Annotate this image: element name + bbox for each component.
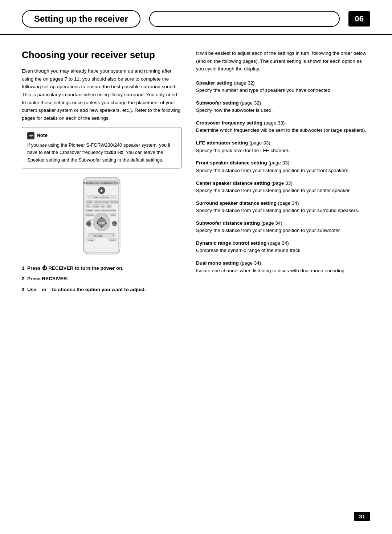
setting-speaker-name: Speaker setting	[196, 80, 233, 86]
step-2-text: Press RECEIVER.	[27, 276, 68, 281]
setting-lfe-page: (page 33)	[249, 140, 270, 146]
setting-front-distance-name: Front speaker distance setting	[196, 160, 267, 166]
setting-surround-distance: Surround speaker distance setting (page …	[196, 200, 370, 215]
step-3: 3 Use or to choose the option you want t…	[22, 286, 181, 294]
setting-center-distance-page: (page 33)	[271, 180, 293, 186]
setting-sub-distance-title: Subwoofer distance setting (page 34)	[196, 220, 370, 227]
svg-text:RECEIVER: RECEIVER	[111, 223, 118, 225]
step-2: 2 Press RECEIVER.	[22, 275, 181, 283]
setting-lfe-desc: Specify the peak level for the LFE chann…	[196, 147, 370, 155]
setting-lfe: LFE attenuator setting (page 33) Specify…	[196, 139, 370, 154]
right-intro: It will be easiest to adjust each of the…	[196, 49, 370, 73]
svg-text:FM: FM	[101, 205, 104, 207]
setting-front-distance-desc: Specify the distance from your listening…	[196, 167, 370, 175]
setting-front-distance-title: Front speaker distance setting (page 33)	[196, 159, 370, 167]
setting-subwoofer-name: Subwoofer setting	[196, 100, 239, 106]
step-3-text: Use or to choose the option you want to …	[27, 287, 146, 292]
setting-surround-distance-title: Surround speaker distance setting (page …	[196, 200, 370, 207]
setting-sub-distance: Subwoofer distance setting (page 34) Spe…	[196, 220, 370, 235]
step-2-num: 2	[22, 276, 25, 281]
note-text: If you are using the Pioneer S-FCRW230/2…	[27, 142, 170, 162]
svg-text:◄: ◄	[95, 221, 98, 225]
setting-dual-mono-desc: Isolate one channel when listening to di…	[196, 267, 370, 275]
page-number: 31	[354, 512, 370, 521]
svg-text:CH.SEL/: CH.SEL/	[88, 239, 94, 241]
setting-surround-distance-name: Surround speaker distance setting	[196, 200, 277, 206]
remote-svg: RECEIVER SLEEP AL.DIMMER INPUT ATT. ⏻ IN…	[69, 176, 134, 256]
setting-dynamic-range-name: Dynamic range control setting	[196, 240, 266, 246]
svg-text:▼: ▼	[100, 225, 103, 229]
setting-subwoofer-title: Subwoofer setting (page 32)	[196, 99, 370, 107]
chapter-number: 06	[348, 11, 370, 27]
setting-sub-distance-desc: Specify the distance from your listening…	[196, 227, 370, 235]
setting-subwoofer: Subwoofer setting (page 32) Specify how …	[196, 99, 370, 114]
svg-text:STEREO: STEREO	[102, 210, 108, 212]
svg-text:▲: ▲	[100, 215, 103, 219]
svg-text:DVD/LD: DVD/LD	[86, 201, 92, 203]
svg-text:⏻: ⏻	[100, 189, 103, 192]
remote-image: RECEIVER SLEEP AL.DIMMER INPUT ATT. ⏻ IN…	[22, 176, 181, 256]
setting-dual-mono-page: (page 34)	[240, 260, 261, 266]
setting-dynamic-range-page: (page 34)	[268, 240, 289, 246]
step-1-text: Press ⏻ RECEIVER to turn the power on.	[27, 265, 123, 271]
svg-text:TV/SAT: TV/SAT	[103, 201, 109, 203]
svg-text:ENTER: ENTER	[98, 222, 105, 224]
left-column: Choosing your receiver setup Even though…	[22, 49, 181, 296]
note-icon: ✏	[27, 132, 34, 139]
svg-text:CD: CD	[87, 205, 90, 207]
svg-text:TODGGLE: TODGGLE	[109, 210, 116, 212]
svg-text:—: —	[89, 234, 91, 236]
svg-text:DVR/VCR: DVR/VCR	[111, 201, 118, 203]
step-1: 1 Press ⏻ RECEIVER to turn the power on.	[22, 264, 181, 272]
svg-text:AM: AM	[108, 205, 110, 207]
svg-text:MENU: MENU	[111, 215, 115, 216]
setting-center-distance-title: Center speaker distance setting (page 33…	[196, 180, 370, 187]
setting-subwoofer-desc: Specify how the subwoofer is used.	[196, 107, 370, 114]
svg-text:+: +	[113, 234, 114, 236]
section-title: Choosing your receiver setup	[22, 49, 181, 61]
main-content: Choosing your receiver setup Even though…	[0, 35, 392, 311]
setting-center-distance-desc: Specify the distance from your listening…	[196, 187, 370, 195]
setting-dynamic-range-desc: Compress the dynamic range of the sound …	[196, 247, 370, 254]
setting-dual-mono-title: Dual mono setting (page 34)	[196, 260, 370, 267]
setting-dual-mono: Dual mono setting (page 34) Isolate one …	[196, 260, 370, 274]
note-label: ✏ Note	[27, 132, 176, 139]
setting-center-distance: Center speaker distance setting (page 33…	[196, 180, 370, 195]
note-box: ✏ Note If you are using the Pioneer S-FC…	[22, 127, 181, 168]
svg-text:INPUT SELECTOR: INPUT SELECTOR	[94, 196, 109, 198]
setting-crossover-page: (page 33)	[264, 120, 285, 126]
steps-list: 1 Press ⏻ RECEIVER to turn the power on.…	[22, 264, 181, 294]
setting-sub-distance-page: (page 34)	[261, 220, 282, 226]
setting-lfe-title: LFE attenuator setting (page 33)	[196, 139, 370, 147]
setting-subwoofer-page: (page 32)	[240, 100, 261, 106]
page-title: Setting up the receiver	[22, 10, 140, 28]
setting-crossover-desc: Determine which frequencies will be sent…	[196, 127, 370, 134]
setting-speaker-desc: Specify the number and type of speakers …	[196, 87, 370, 94]
setting-crossover-title: Crossover frequency setting (page 33)	[196, 119, 370, 127]
svg-point-48	[86, 221, 91, 226]
setting-speaker-title: Speaker setting (page 32)	[196, 80, 370, 87]
right-column: It will be easiest to adjust each of the…	[196, 49, 370, 296]
step-3-num: 3	[22, 287, 25, 292]
header-blank	[149, 11, 340, 27]
setting-dual-mono-name: Dual mono setting	[196, 260, 239, 266]
setting-surround-distance-page: (page 34)	[278, 200, 299, 206]
setting-center-distance-name: Center speaker distance setting	[196, 180, 270, 186]
setting-front-distance: Front speaker distance setting (page 33)…	[196, 159, 370, 174]
svg-text:RECEIVER SLEEP  AL.DIMMER  INP: RECEIVER SLEEP AL.DIMMER INPUT ATT.	[83, 182, 120, 184]
svg-text:►: ►	[105, 221, 108, 225]
setting-speaker-page: (page 32)	[234, 80, 255, 86]
setting-front-distance-page: (page 33)	[269, 160, 290, 166]
setting-dynamic-range: Dynamic range control setting (page 34) …	[196, 240, 370, 254]
svg-text:SURR.: SURR.	[95, 210, 99, 212]
svg-text:VOLUME: VOLUME	[93, 235, 102, 237]
page-header: Setting up the receiver 06	[0, 0, 392, 35]
step-1-num: 1	[22, 265, 25, 271]
svg-text:DISP/MENU: DISP/MENU	[86, 215, 94, 216]
svg-text:MUTE: MUTE	[110, 239, 115, 241]
setting-speaker: Speaker setting (page 32) Specify the nu…	[196, 80, 370, 94]
setting-lfe-name: LFE attenuator setting	[196, 140, 248, 146]
svg-text:STANDARD: STANDARD	[86, 210, 93, 212]
svg-text:CDR/MD: CDR/MD	[93, 205, 99, 207]
setting-sub-distance-name: Subwoofer distance setting	[196, 220, 260, 226]
